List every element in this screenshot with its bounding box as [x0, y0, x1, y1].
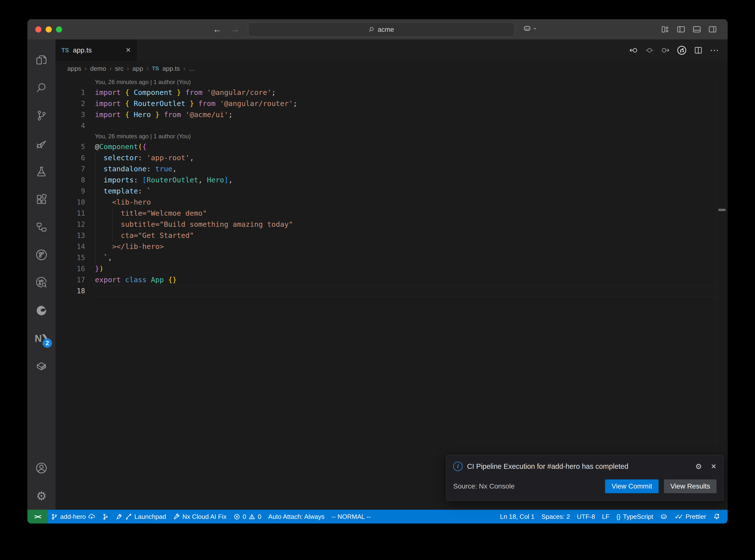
problems-item[interactable]: 0 0	[230, 510, 265, 523]
tab-label: app.ts	[73, 46, 92, 54]
toggle-panel-icon[interactable]	[693, 25, 701, 34]
code-line[interactable]: 2import { RouterOutlet } from '@angular/…	[56, 98, 728, 109]
toggle-secondary-sidebar-icon[interactable]	[709, 25, 717, 34]
traffic-lights	[35, 26, 62, 33]
editor-scrollbar[interactable]	[716, 76, 728, 510]
sidebar-item-source-control[interactable]	[27, 102, 56, 129]
breadcrumb-more[interactable]: …	[188, 65, 195, 73]
line-content: @Component({	[95, 141, 716, 152]
breadcrumb-demo[interactable]: demo	[90, 65, 106, 73]
code-line[interactable]: 16})	[56, 263, 728, 274]
code-line[interactable]: 6 selector: 'app-root',	[56, 152, 728, 163]
code-line[interactable]: 17export class App {}	[56, 274, 728, 285]
activity-bar: N❯ 2 ⚙	[27, 39, 56, 510]
tab-app-ts[interactable]: TS app.ts ✕	[56, 39, 137, 61]
close-tab-icon[interactable]: ✕	[125, 46, 131, 54]
code-line[interactable]: 5@Component({	[56, 141, 728, 152]
code-line[interactable]: 3import { Hero } from '@acme/ui';	[56, 109, 728, 120]
sidebar-item-edge-tools[interactable]	[27, 297, 56, 324]
remote-indicator[interactable]: ><	[27, 510, 47, 523]
eol-item[interactable]: LF	[598, 510, 613, 523]
status-bar: >< add-hero	[27, 510, 728, 523]
view-commit-button[interactable]: View Commit	[605, 479, 658, 493]
code-line[interactable]: 7 standalone: true,	[56, 163, 728, 175]
sidebar-item-testing[interactable]	[27, 157, 56, 185]
prettier-item[interactable]: ✓✓ Prettier	[671, 510, 710, 523]
sidebar-item-commit-graph[interactable]	[27, 241, 56, 269]
language-mode-item[interactable]: {} TypeScript	[613, 510, 657, 523]
auto-attach-item[interactable]: Auto Attach: Always	[265, 510, 328, 523]
sidebar-item-project-structure[interactable]	[27, 213, 56, 241]
view-results-button[interactable]: View Results	[664, 479, 717, 493]
commit-graph-item[interactable]	[99, 510, 112, 523]
sidebar-item-nx-console[interactable]: N❯ 2	[27, 324, 56, 352]
line-content: <lib-hero	[95, 197, 716, 208]
navigate-forward-icon[interactable]: →	[231, 24, 239, 35]
breadcrumb-file[interactable]: app.ts	[162, 65, 180, 73]
copilot-status-item[interactable]	[657, 510, 671, 523]
cursor-position-item[interactable]: Ln 18, Col 1	[497, 510, 538, 523]
git-branch-item[interactable]: add-hero	[47, 510, 99, 523]
notification-settings-icon[interactable]: ⚙	[695, 462, 702, 471]
breadcrumb-src[interactable]: src	[115, 65, 123, 73]
copilot-menu[interactable]: ⌄	[523, 24, 537, 33]
launchpad-item[interactable]: Launchpad	[112, 510, 170, 523]
code-line[interactable]: 15 `,	[56, 252, 728, 263]
code-line[interactable]: 11 title="Welcmoe demo"	[56, 208, 728, 219]
breadcrumb-app[interactable]: app	[133, 65, 143, 73]
code-line[interactable]: 4	[56, 120, 728, 132]
more-actions-icon[interactable]: ⋯	[710, 45, 719, 56]
indentation-item[interactable]: Spaces: 2	[538, 510, 574, 523]
account-button[interactable]	[27, 454, 56, 482]
notification-close-icon[interactable]: ✕	[711, 462, 717, 471]
current-edit-icon[interactable]	[645, 46, 654, 55]
command-center-search[interactable]: acme	[248, 22, 515, 37]
nx-cloud-fix-item[interactable]: Nx Cloud AI Fix	[170, 510, 230, 523]
settings-button[interactable]: ⚙	[27, 482, 56, 510]
code-line[interactable]: 9 template: `	[56, 186, 728, 197]
minimize-window-button[interactable]	[46, 26, 52, 33]
warning-icon	[249, 514, 255, 520]
sidebar-item-run-debug[interactable]	[27, 129, 56, 157]
extensions-icon	[35, 193, 47, 205]
wrench-icon	[173, 513, 180, 520]
code-line[interactable]: 10 <lib-hero	[56, 197, 728, 208]
source-control-graph-icon[interactable]	[677, 45, 687, 55]
line-number: 15	[56, 252, 85, 263]
go-forward-edit-icon[interactable]	[661, 46, 670, 55]
line-content: `,	[95, 252, 716, 263]
notifications-bell-item[interactable]	[710, 510, 724, 523]
toggle-primary-sidebar-icon[interactable]	[677, 25, 685, 34]
breadcrumb-apps[interactable]: apps	[67, 65, 81, 73]
gutter	[56, 132, 85, 141]
line-content: imports: [RouterOutlet, Hero],	[95, 175, 716, 186]
code-line[interactable]: 13 cta="Get Started"	[56, 230, 728, 241]
customize-layout-icon[interactable]	[661, 25, 670, 34]
blame-text: You, 26 minutes ago | 1 author (You)	[95, 132, 191, 141]
encoding-item[interactable]: UTF-8	[574, 510, 599, 523]
code-line[interactable]: 18	[56, 285, 728, 297]
explorer-files-icon	[35, 54, 47, 66]
zoom-window-button[interactable]	[56, 26, 62, 33]
code-line[interactable]: 1import { Component } from '@angular/cor…	[56, 87, 728, 98]
title-bar: ← → acme ⌄	[27, 19, 728, 39]
line-number: 7	[56, 163, 85, 175]
code-rows: You, 26 minutes ago | 1 author (You)1imp…	[56, 76, 728, 297]
vim-mode-item[interactable]: -- NORMAL --	[328, 510, 374, 523]
code-line[interactable]: 14 ></lib-hero>	[56, 241, 728, 252]
sidebar-item-extensions[interactable]	[27, 185, 56, 213]
go-back-edit-icon[interactable]	[630, 46, 638, 55]
sidebar-item-containers[interactable]	[27, 352, 56, 380]
sidebar-item-graph-search[interactable]	[27, 269, 56, 297]
code-line[interactable]: 8 imports: [RouterOutlet, Hero],	[56, 175, 728, 186]
split-editor-icon[interactable]	[694, 46, 702, 55]
sidebar-item-search[interactable]	[27, 74, 56, 102]
code-line[interactable]: 12 subtitle="Build something amazing tod…	[56, 219, 728, 230]
navigate-back-icon[interactable]: ←	[213, 24, 222, 35]
code-editor[interactable]: You, 26 minutes ago | 1 author (You)1imp…	[56, 76, 728, 510]
blame-annotation[interactable]: You, 26 minutes ago | 1 author (You)	[56, 132, 728, 141]
sidebar-item-explorer[interactable]	[27, 46, 56, 74]
line-number: 1	[56, 87, 85, 98]
blame-annotation[interactable]: You, 26 minutes ago | 1 author (You)	[56, 77, 728, 87]
close-window-button[interactable]	[35, 26, 41, 33]
